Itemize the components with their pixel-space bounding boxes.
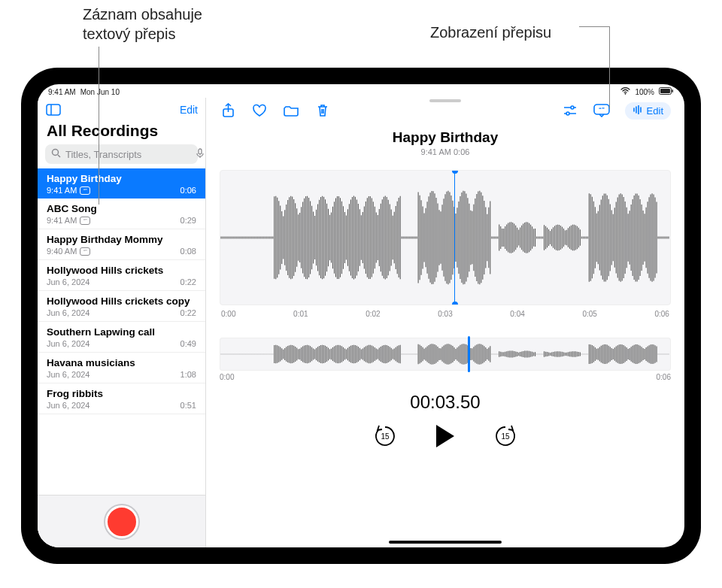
recording-item-duration: 1:08 xyxy=(180,370,196,379)
recording-item-time: Jun 6, 2024 xyxy=(47,339,90,348)
recording-item[interactable]: Southern Lapwing callJun 6, 20240:49 xyxy=(38,322,205,353)
record-button[interactable] xyxy=(105,505,138,538)
transcript-badge-icon: “” xyxy=(80,186,90,195)
waveform-overview[interactable] xyxy=(220,338,671,371)
svg-point-13 xyxy=(566,112,569,115)
screen: 9:41 AM Mon Jun 10 100% Ed xyxy=(38,84,684,547)
recording-item[interactable]: Happy Birthday Mommy9:40 AM“”0:08 xyxy=(38,229,205,260)
svg-text:“”: “” xyxy=(599,106,605,113)
timeline-tick: 0:05 xyxy=(582,310,596,318)
timeline-tick: 0:04 xyxy=(510,310,524,318)
recordings-list[interactable]: Happy Birthday9:41 AM“”0:06ABC Song9:41 … xyxy=(38,168,205,495)
recording-item-duration: 0:22 xyxy=(180,308,196,317)
favorite-icon[interactable] xyxy=(251,102,268,119)
recording-item[interactable]: Happy Birthday9:41 AM“”0:06 xyxy=(38,168,205,199)
svg-text:15: 15 xyxy=(501,432,510,441)
search-field[interactable] xyxy=(45,144,198,164)
sidebar-heading: All Recordings xyxy=(38,120,205,143)
recording-item-duration: 0:49 xyxy=(180,339,196,348)
wifi-icon xyxy=(620,87,630,96)
recording-item-time: Jun 6, 2024 xyxy=(47,277,90,286)
home-indicator[interactable] xyxy=(389,541,502,544)
timeline-tick: 0:01 xyxy=(293,310,308,318)
ipad-frame: 9:41 AM Mon Jun 10 100% Ed xyxy=(21,68,701,564)
recording-item-time: Jun 6, 2024 xyxy=(47,370,90,379)
skip-back-button[interactable]: 15 xyxy=(372,423,398,452)
waveform-timeline: 0:000:010:020:030:040:050:06 xyxy=(220,310,671,318)
svg-rect-4 xyxy=(47,105,60,115)
svg-point-11 xyxy=(571,106,574,109)
svg-point-0 xyxy=(625,93,626,95)
timeline-tick: 0:03 xyxy=(438,310,452,318)
waveform-icon xyxy=(633,105,643,117)
grabber-pill[interactable] xyxy=(429,99,461,102)
recording-item-time: Jun 6, 2024 xyxy=(47,308,90,317)
sidebar: Edit All Recordings Happy Birthday9:41 A… xyxy=(38,98,206,547)
playhead[interactable] xyxy=(454,171,456,305)
share-icon[interactable] xyxy=(220,102,236,119)
recording-item-duration: 0:22 xyxy=(180,277,196,286)
recording-item[interactable]: Hollywood Hills crickets copyJun 6, 2024… xyxy=(38,291,205,322)
status-date: Mon Jun 10 xyxy=(80,88,120,96)
recording-item-title: Happy Birthday xyxy=(47,173,196,184)
timeline-tick: 0:02 xyxy=(366,310,380,318)
edit-chip-label: Edit xyxy=(647,105,663,117)
waveform-main[interactable] xyxy=(220,170,671,305)
recording-item[interactable]: ABC Song9:41 AM“”0:29 xyxy=(38,199,205,229)
callout-transcript-view: Zobrazení přepisu xyxy=(430,23,551,42)
sidebar-toggle-icon[interactable] xyxy=(45,102,62,118)
recording-item-title: Hollywood Hills crickets copy xyxy=(47,296,196,307)
recording-item-time: 9:41 AM xyxy=(47,186,77,195)
record-bar xyxy=(38,495,205,547)
recording-item-title: Happy Birthday Mommy xyxy=(47,234,196,245)
play-button[interactable] xyxy=(434,423,457,452)
svg-rect-3 xyxy=(672,89,674,92)
search-input[interactable] xyxy=(65,149,192,160)
battery-icon xyxy=(659,87,674,96)
recording-item-duration: 0:06 xyxy=(180,186,196,195)
recording-item-title: ABC Song xyxy=(47,203,196,214)
current-time: 00:03.50 xyxy=(220,392,671,413)
recording-title[interactable]: Happy Birthday xyxy=(220,129,671,146)
recording-item-title: Frog ribbits xyxy=(47,388,196,399)
recording-item-duration: 0:08 xyxy=(180,247,196,256)
search-icon xyxy=(51,148,61,160)
settings-sliders-icon[interactable] xyxy=(562,102,578,119)
overview-start-time: 0:00 xyxy=(220,373,234,381)
callout-line-left xyxy=(99,47,99,205)
svg-text:15: 15 xyxy=(381,432,390,441)
status-time: 9:41 AM xyxy=(48,88,76,96)
transcript-badge-icon: “” xyxy=(80,247,90,256)
recording-subtitle: 9:41 AM 0:06 xyxy=(220,147,671,156)
recording-item-time: 9:41 AM xyxy=(47,216,77,225)
recording-item-duration: 0:29 xyxy=(180,216,196,225)
timeline-tick: 0:06 xyxy=(654,310,669,318)
overview-end-time: 0:06 xyxy=(657,373,671,381)
svg-rect-8 xyxy=(199,149,202,154)
recording-item-time: Jun 6, 2024 xyxy=(47,401,90,410)
playback-controls: 15 15 xyxy=(220,423,671,452)
svg-rect-2 xyxy=(660,89,670,93)
skip-forward-button[interactable]: 15 xyxy=(493,423,518,452)
recording-item-title: Hollywood Hills crickets xyxy=(47,265,196,276)
recording-item[interactable]: Havana musiciansJun 6, 20241:08 xyxy=(38,353,205,383)
transcript-view-icon[interactable]: “” xyxy=(593,102,610,119)
trash-icon[interactable] xyxy=(314,102,331,119)
mic-icon[interactable] xyxy=(196,148,204,161)
recording-item-title: Southern Lapwing call xyxy=(47,326,196,338)
timeline-tick: 0:00 xyxy=(221,310,235,318)
edit-chip[interactable]: Edit xyxy=(625,102,671,120)
recording-item-title: Havana musicians xyxy=(47,357,196,368)
callout-transcript-badge: Záznam obsahuje textový přepis xyxy=(83,5,202,44)
transcript-badge-icon: “” xyxy=(80,217,90,225)
recording-item-time: 9:40 AM xyxy=(47,247,77,256)
recording-item[interactable]: Frog ribbitsJun 6, 20240:51 xyxy=(38,383,205,414)
folder-icon[interactable] xyxy=(283,102,299,119)
detail-panel: “” Edit Happy Birthday 9:41 AM 0:06 xyxy=(206,98,684,547)
overview-playhead[interactable] xyxy=(468,336,470,372)
svg-point-6 xyxy=(53,150,59,156)
callout-line-right-v xyxy=(609,26,610,109)
battery-text: 100% xyxy=(635,88,654,96)
recording-item[interactable]: Hollywood Hills cricketsJun 6, 20240:22 xyxy=(38,260,205,291)
sidebar-edit-button[interactable]: Edit xyxy=(180,104,198,116)
